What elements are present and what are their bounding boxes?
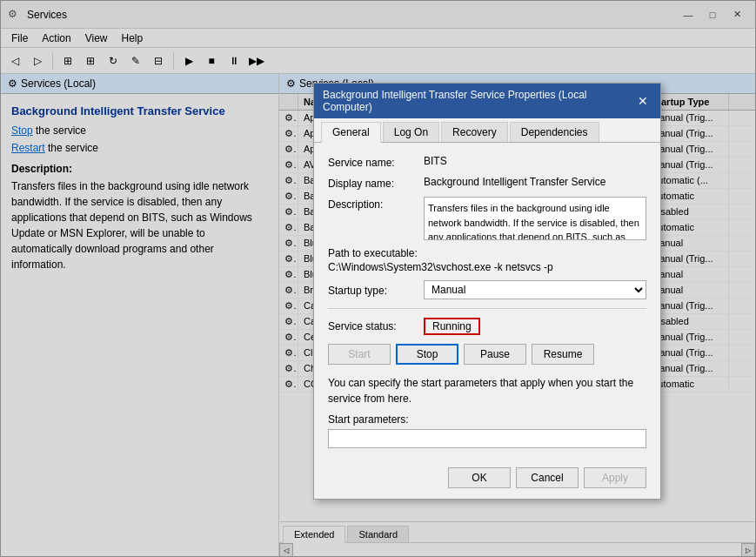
description-label: Description:: [328, 197, 424, 211]
service-status-value: Running: [424, 318, 480, 335]
startup-type-row: Startup type: Manual Automatic Automatic…: [328, 280, 646, 299]
pause-button[interactable]: Pause: [464, 344, 526, 365]
dialog-title: Background Intelligent Transfer Service …: [323, 89, 634, 113]
dialog-tabs: General Log On Recovery Dependencies: [314, 118, 660, 143]
display-name-value: Background Intelligent Transfer Service: [424, 176, 646, 188]
dialog-title-bar: Background Intelligent Transfer Service …: [314, 84, 660, 118]
cancel-button[interactable]: Cancel: [516, 467, 579, 488]
description-row: Description: Transfers files in the back…: [328, 197, 646, 240]
startup-type-label: Startup type:: [328, 283, 424, 297]
dialog-footer: OK Cancel Apply: [314, 460, 660, 499]
display-name-label: Display name:: [328, 176, 424, 190]
path-row: Path to executable: C:\Windows\System32\…: [328, 247, 646, 273]
tab-recovery[interactable]: Recovery: [441, 122, 508, 142]
service-name-row: Service name: BITS: [328, 155, 646, 169]
service-status-label: Service status:: [328, 320, 424, 332]
service-name-value: BITS: [424, 155, 646, 167]
dialog-content: Service name: BITS Display name: Backgro…: [314, 143, 660, 460]
path-value: C:\Windows\System32\svchost.exe -k netsv…: [328, 261, 646, 273]
dialog-close-button[interactable]: ✕: [634, 92, 652, 110]
service-status-section: Service status: Running: [328, 318, 646, 335]
resume-button[interactable]: Resume: [532, 344, 594, 365]
param-label: Start parameters:: [328, 413, 646, 426]
apply-button[interactable]: Apply: [584, 467, 646, 488]
display-name-row: Display name: Background Intelligent Tra…: [328, 176, 646, 190]
service-name-label: Service name:: [328, 155, 424, 169]
startup-type-select[interactable]: Manual Automatic Automatic (Delayed Star…: [424, 280, 646, 299]
stop-button[interactable]: Stop: [396, 344, 458, 365]
service-control-buttons: Start Stop Pause Resume: [328, 344, 646, 365]
dialog-overlay: Background Intelligent Transfer Service …: [0, 0, 756, 557]
start-button[interactable]: Start: [328, 344, 391, 365]
tab-logon[interactable]: Log On: [383, 122, 439, 142]
properties-dialog: Background Intelligent Transfer Service …: [313, 83, 661, 500]
tab-general[interactable]: General: [321, 122, 381, 143]
path-label: Path to executable:: [328, 247, 646, 259]
ok-button[interactable]: OK: [448, 467, 511, 488]
tab-dependencies[interactable]: Dependencies: [510, 122, 599, 142]
description-box[interactable]: Transfers files in the background using …: [424, 197, 646, 240]
divider: [328, 308, 646, 309]
param-input[interactable]: [328, 429, 646, 448]
param-note: You can specify the start parameters tha…: [328, 375, 646, 406]
